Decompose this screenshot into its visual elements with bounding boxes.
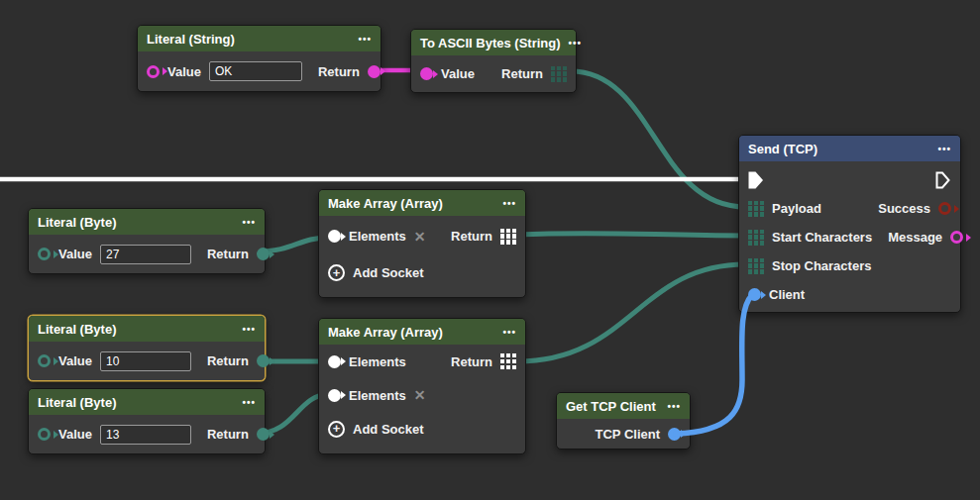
return-label: Return: [501, 66, 543, 81]
payload-input-port[interactable]: [748, 201, 764, 217]
remove-socket-icon[interactable]: ✕: [414, 230, 426, 244]
wire-array1-to-start-characters[interactable]: [517, 233, 745, 236]
value-field[interactable]: [100, 425, 191, 445]
node-menu-icon[interactable]: •••: [502, 198, 516, 209]
value-label: Value: [58, 247, 92, 261]
remove-socket-icon[interactable]: ✕: [414, 388, 426, 402]
node-title: Get TCP Client: [566, 399, 656, 414]
value-input-port[interactable]: [420, 67, 433, 80]
node-send-tcp[interactable]: Send (TCP) ••• Payload Success: [738, 135, 961, 313]
node-header[interactable]: Literal (Byte) •••: [29, 389, 265, 415]
return-label: Return: [207, 427, 249, 442]
node-header[interactable]: Get TCP Client •••: [557, 393, 690, 419]
value-input-port[interactable]: [147, 65, 160, 78]
node-get-tcp-client[interactable]: Get TCP Client ••• TCP Client: [556, 392, 691, 450]
node-header[interactable]: Literal (Byte) •••: [29, 209, 265, 235]
node-title: Literal (Byte): [38, 215, 116, 230]
elements-input-port-1[interactable]: [328, 355, 341, 368]
tcp-client-label: TCP Client: [596, 427, 661, 442]
return-label: Return: [451, 229, 492, 244]
value-label: Value: [58, 427, 92, 442]
wire-ascii-to-payload[interactable]: [571, 71, 745, 207]
node-menu-icon[interactable]: •••: [242, 397, 256, 408]
tcp-client-output-port[interactable]: [668, 428, 681, 441]
elements-label: Elements: [349, 229, 406, 244]
stop-characters-label: Stop Characters: [772, 258, 871, 273]
value-input-port[interactable]: [38, 428, 51, 441]
client-input-port[interactable]: [748, 288, 761, 301]
node-header[interactable]: Literal (String) •••: [138, 26, 381, 51]
value-label: Value: [441, 66, 475, 81]
node-title: Literal (Byte): [38, 322, 116, 337]
start-characters-label: Start Characters: [772, 230, 872, 245]
exec-input-port[interactable]: [748, 171, 764, 189]
message-output-port[interactable]: [950, 231, 963, 244]
node-literal-byte-13[interactable]: Literal (Byte) ••• Value Return: [28, 388, 266, 454]
return-output-port[interactable]: [257, 248, 270, 260]
wire-array2-to-stop-characters[interactable]: [517, 264, 745, 361]
value-label: Value: [167, 64, 201, 79]
stop-characters-input-port[interactable]: [748, 258, 764, 274]
value-field[interactable]: [100, 351, 191, 371]
node-literal-byte-27[interactable]: Literal (Byte) ••• Value Return: [28, 208, 266, 274]
elements-input-port[interactable]: [328, 230, 341, 243]
elements-input-port-2[interactable]: [328, 389, 341, 402]
return-array-output-port[interactable]: [500, 353, 516, 369]
value-label: Value: [58, 353, 92, 368]
node-title: Literal (String): [147, 32, 235, 47]
message-label: Message: [888, 230, 942, 245]
node-editor-canvas[interactable]: Literal (String) ••• Value Return To ASC…: [0, 0, 980, 500]
node-menu-icon[interactable]: •••: [937, 144, 951, 154]
node-menu-icon[interactable]: •••: [502, 327, 516, 338]
value-field[interactable]: [100, 245, 191, 264]
node-header[interactable]: Make Array (Array) •••: [319, 190, 525, 216]
return-array-output-port[interactable]: [500, 229, 516, 245]
node-literal-string[interactable]: Literal (String) ••• Value Return: [137, 25, 381, 92]
node-title: Make Array (Array): [328, 196, 443, 211]
node-header[interactable]: Make Array (Array) •••: [319, 319, 525, 345]
node-menu-icon[interactable]: •••: [569, 38, 583, 49]
node-menu-icon[interactable]: •••: [242, 217, 256, 228]
elements-label: Elements: [349, 388, 406, 403]
add-socket-icon[interactable]: +: [328, 421, 345, 438]
return-array-output-port[interactable]: [551, 66, 567, 82]
value-input-port[interactable]: [38, 354, 51, 367]
return-label: Return: [207, 247, 249, 261]
add-socket-icon[interactable]: +: [328, 264, 345, 281]
add-socket-label[interactable]: Add Socket: [353, 265, 424, 280]
node-menu-icon[interactable]: •••: [358, 34, 372, 45]
elements-label: Elements: [349, 354, 406, 369]
node-title: Send (TCP): [748, 142, 817, 156]
node-to-ascii-bytes[interactable]: To ASCII Bytes (String) ••• Value Return: [410, 29, 577, 93]
client-label: Client: [769, 287, 805, 302]
node-make-array-bottom[interactable]: Make Array (Array) ••• Elements Return E…: [318, 318, 526, 454]
node-literal-byte-10[interactable]: Literal (Byte) ••• Value Return: [28, 315, 266, 381]
return-output-port[interactable]: [368, 65, 381, 78]
value-field[interactable]: [209, 61, 302, 81]
success-output-port[interactable]: [938, 202, 951, 215]
node-header[interactable]: Send (TCP) •••: [739, 136, 960, 161]
node-title: Make Array (Array): [328, 325, 443, 340]
exec-output-port[interactable]: [935, 171, 951, 189]
node-make-array-top[interactable]: Make Array (Array) ••• Elements ✕ Return…: [318, 189, 526, 298]
add-socket-label[interactable]: Add Socket: [353, 422, 424, 437]
return-label: Return: [207, 353, 249, 368]
return-output-port[interactable]: [257, 428, 270, 441]
payload-label: Payload: [772, 201, 821, 216]
node-title: Literal (Byte): [38, 395, 116, 410]
start-characters-input-port[interactable]: [748, 230, 764, 246]
value-input-port[interactable]: [38, 248, 51, 260]
return-output-port[interactable]: [257, 354, 270, 367]
node-title: To ASCII Bytes (String): [420, 36, 561, 50]
node-header[interactable]: To ASCII Bytes (String) •••: [411, 30, 576, 55]
node-header[interactable]: Literal (Byte) •••: [29, 316, 265, 342]
return-label: Return: [318, 64, 360, 79]
node-menu-icon[interactable]: •••: [242, 324, 256, 335]
node-menu-icon[interactable]: •••: [667, 401, 681, 412]
return-label: Return: [451, 354, 492, 369]
success-label: Success: [878, 201, 930, 216]
